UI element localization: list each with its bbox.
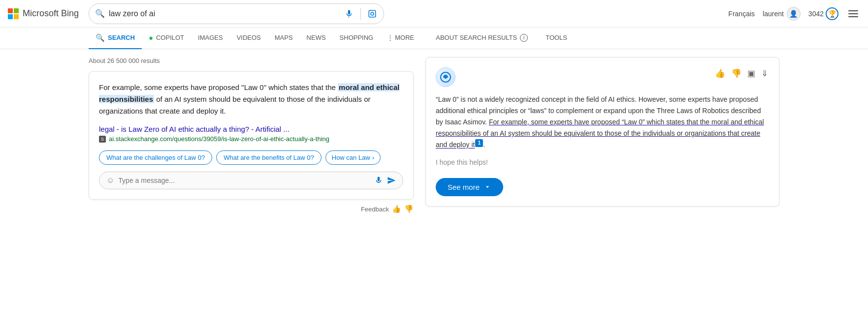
feedback-thumbs-up[interactable]: 👍 — [392, 205, 401, 213]
tab-images[interactable]: IMAGES — [191, 28, 230, 49]
chip-arrow: › — [372, 154, 374, 161]
copy-action[interactable]: ▣ — [746, 67, 756, 80]
copilot-citation: 1 — [475, 139, 483, 147]
main-content: About 26 500 000 results For example, so… — [0, 49, 868, 221]
see-more-button[interactable]: See more — [436, 178, 503, 196]
copilot-nav-icon: ● — [149, 33, 153, 42]
message-mic-button[interactable] — [374, 176, 383, 185]
copilot-text: “Law 0” is not a widely recognized conce… — [436, 94, 769, 168]
suggestion-chips: What are the challenges of Law 0? What a… — [99, 150, 403, 165]
feedback-thumbs-down[interactable]: 👎 — [404, 205, 414, 213]
username: laurent — [763, 10, 784, 18]
trophy-icon: 🏆 — [826, 7, 838, 20]
search-box: 🔍 — [89, 3, 384, 24]
logo-area: Microsoft Bing — [8, 8, 79, 19]
answer-card: For example, some experts have proposed … — [89, 71, 414, 200]
svg-rect-0 — [369, 10, 376, 17]
search-actions — [344, 8, 378, 20]
points-badge: 3042 🏆 — [808, 7, 838, 20]
chip-how[interactable]: How can Law › — [325, 150, 381, 165]
tab-search[interactable]: 🔍 SEARCH — [89, 28, 142, 49]
tab-about[interactable]: ABOUT SEARCH RESULTS i — [429, 28, 535, 49]
ms-logo-yellow — [14, 14, 19, 19]
header-right: Français laurent 👤 3042 🏆 — [728, 7, 860, 21]
copilot-hope-text: I hope this helps! — [436, 157, 769, 168]
copilot-logo-icon — [436, 67, 455, 87]
ms-logo-red — [8, 8, 13, 13]
copilot-header: 👍 👎 ▣ ⇓ — [436, 67, 769, 87]
tab-maps[interactable]: MAPS — [268, 28, 300, 49]
source-link-anchor[interactable]: legal - is Law Zero of AI ethic actually… — [99, 125, 289, 133]
visual-search-button[interactable] — [367, 8, 378, 19]
user-area[interactable]: laurent 👤 — [763, 7, 801, 21]
copilot-panel: 👍 👎 ▣ ⇓ “Law 0” is not a widely recogniz… — [425, 57, 779, 207]
hamburger-line — [848, 16, 858, 17]
thumbs-down-action[interactable]: 👎 — [730, 67, 742, 80]
message-icon: ☺ — [106, 176, 114, 185]
left-column: About 26 500 000 results For example, so… — [89, 57, 414, 213]
message-input-area: ☺ — [99, 172, 403, 189]
ms-logo — [8, 8, 19, 19]
nav-tabs: 🔍 SEARCH ● COPILOT IMAGES VIDEOS MAPS NE… — [0, 28, 868, 49]
chip-benefits[interactable]: What are the benefits of Law 0? — [216, 150, 321, 165]
source-url-text: ai.stackexchange.com/questions/39059/is-… — [109, 135, 329, 143]
source-url: S ai.stackexchange.com/questions/39059/i… — [99, 135, 403, 143]
search-nav-icon: 🔍 — [96, 33, 105, 42]
tab-more[interactable]: ⋮ MORE — [380, 28, 421, 49]
copilot-actions: 👍 👎 ▣ ⇓ — [714, 67, 769, 80]
search-input[interactable] — [109, 9, 340, 18]
logo-text: Microsoft Bing — [23, 8, 79, 19]
hamburger-line — [848, 10, 858, 11]
results-count: About 26 500 000 results — [89, 57, 414, 64]
favicon-icon: S — [99, 136, 106, 143]
thumbs-up-action[interactable]: 👍 — [714, 67, 726, 80]
ms-logo-green — [14, 8, 19, 13]
search-icon: 🔍 — [95, 9, 105, 18]
header: Microsoft Bing 🔍 Français laurent 👤 3042… — [0, 0, 868, 28]
mic-button[interactable] — [344, 8, 354, 19]
language-button[interactable]: Français — [728, 10, 755, 18]
answer-text-before: For example, some experts have proposed … — [99, 83, 338, 91]
hamburger-button[interactable] — [846, 8, 860, 19]
send-button[interactable] — [387, 176, 396, 185]
tab-tools[interactable]: TOOLS — [539, 28, 574, 49]
message-input[interactable] — [118, 177, 370, 184]
hamburger-line — [848, 13, 858, 14]
feedback-row: Feedback 👍 👎 — [89, 205, 414, 213]
answer-text: For example, some experts have proposed … — [99, 82, 403, 117]
tab-copilot[interactable]: ● COPILOT — [142, 28, 191, 49]
right-column: 👍 👎 ▣ ⇓ “Law 0” is not a widely recogniz… — [425, 57, 779, 213]
tab-shopping[interactable]: SHOPPING — [333, 28, 381, 49]
download-action[interactable]: ⇓ — [760, 67, 769, 80]
points-value: 3042 — [808, 10, 824, 18]
tab-videos[interactable]: VIDEOS — [230, 28, 268, 49]
ms-logo-blue — [8, 14, 13, 19]
copilot-text-end: . — [483, 141, 485, 149]
divider — [360, 8, 361, 20]
svg-point-3 — [444, 76, 447, 79]
user-avatar: 👤 — [787, 7, 801, 21]
source-link: legal - is Law Zero of AI ethic actually… — [99, 125, 403, 143]
info-icon: i — [520, 34, 528, 42]
tab-news[interactable]: NEWS — [300, 28, 333, 49]
feedback-label: Feedback — [361, 206, 389, 213]
chip-challenges[interactable]: What are the challenges of Law 0? — [99, 150, 212, 165]
svg-point-1 — [371, 12, 374, 15]
